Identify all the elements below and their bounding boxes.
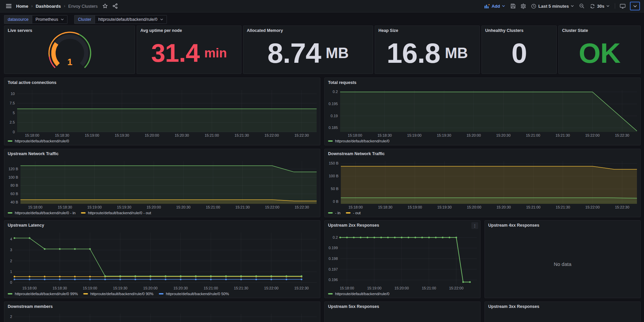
upstream-network-traffic-chart[interactable]: 15:18:0015:18:3015:19:0015:19:3015:20:00… <box>4 158 320 210</box>
add-panel-icon <box>485 4 490 8</box>
hamburger-menu-button[interactable] <box>4 1 13 11</box>
dashboard-settings-button[interactable] <box>518 1 528 11</box>
svg-text:40 B: 40 B <box>10 200 18 204</box>
svg-text:0: 0 <box>10 280 12 284</box>
breadcrumb-home[interactable]: Home <box>14 4 30 9</box>
gauge-value: 1 <box>67 57 72 67</box>
upstream-latency-chart[interactable]: 15:18:0015:18:3015:19:0015:19:3015:20:00… <box>4 230 320 291</box>
breadcrumb-dashboards[interactable]: Dashboards <box>34 4 63 9</box>
svg-text:15:20:00: 15:20:00 <box>143 286 158 290</box>
panel-title[interactable]: Upstream Latency <box>8 223 44 228</box>
svg-text:15:18:00: 15:18:00 <box>349 205 363 209</box>
refresh-icon <box>590 4 595 9</box>
svg-text:0.2: 0.2 <box>333 90 338 94</box>
svg-text:100 B: 100 B <box>8 175 18 179</box>
time-range-picker[interactable]: Last 5 minutes <box>528 1 577 11</box>
svg-text:2: 2 <box>10 259 12 263</box>
panel-title[interactable]: Heap Size <box>378 28 398 33</box>
add-button[interactable]: Add <box>482 1 508 11</box>
hamburger-icon <box>6 4 11 8</box>
total-requests-chart[interactable]: 15:18:0015:18:3015:19:0015:19:3015:20:00… <box>325 87 640 138</box>
nav-divider <box>615 3 615 9</box>
upstream-latency-panel: Upstream Latency 15:18:0015:18:3015:19:0… <box>4 220 320 298</box>
svg-text:15:19:00: 15:19:00 <box>85 133 99 137</box>
datasource-var-value: Prometheus <box>36 17 58 22</box>
cluster-var-select[interactable]: httproute/default/backend/rule/0 <box>95 15 167 24</box>
upstream-2xx-responses-chart[interactable]: 15:18:0015:19:0015:20:0015:21:0015:22:00… <box>325 230 480 291</box>
panel-title[interactable]: Total requests <box>328 80 357 85</box>
svg-text:0.195: 0.195 <box>328 102 338 106</box>
svg-text:15:22:30: 15:22:30 <box>294 133 309 137</box>
kiosk-mode-button[interactable] <box>618 1 627 11</box>
svg-text:0.198: 0.198 <box>328 257 338 261</box>
save-dashboard-button[interactable] <box>508 1 518 11</box>
legend-item[interactable]: httproute/default/backend/rule/0 50% <box>159 292 229 296</box>
panel-title[interactable]: Downstream Network Traffic <box>328 151 385 156</box>
refresh-interval-picker[interactable]: 30s <box>587 1 612 11</box>
svg-text:3: 3 <box>10 248 12 252</box>
panel-title[interactable]: Upstream 2xx Responses <box>328 223 379 228</box>
panel-title[interactable]: Upstream Network Traffic <box>8 151 58 156</box>
svg-text:0.199: 0.199 <box>328 246 338 250</box>
zoom-out-time-button[interactable] <box>577 1 587 11</box>
svg-text:0.185: 0.185 <box>328 126 338 130</box>
svg-text:100 B: 100 B <box>329 174 338 178</box>
panel-title[interactable]: Cluster State <box>562 28 588 33</box>
share-dashboard-button[interactable] <box>110 1 120 11</box>
legend-item[interactable]: httproute/default/backend/rule/0 <box>328 292 389 296</box>
panel-title[interactable]: Upstream 5xx Responses <box>328 304 379 309</box>
panel-title[interactable]: Upstream 3xx Responses <box>488 304 539 309</box>
bottom-row: Downstream members 2 Upstream 5xx Respon… <box>4 302 641 322</box>
svg-text:5: 5 <box>13 111 15 115</box>
collapse-nav-button[interactable] <box>630 2 640 10</box>
legend-item[interactable]: httproute/default/backend/rule/0 <box>328 139 389 143</box>
svg-text:0.196: 0.196 <box>328 278 338 282</box>
svg-text:15:18:30: 15:18:30 <box>53 286 67 290</box>
legend-swatch <box>83 293 88 294</box>
panel-title[interactable]: Upstream 4xx Responses <box>488 223 539 228</box>
svg-text:4: 4 <box>10 237 12 241</box>
svg-text:15:22:00: 15:22:00 <box>265 133 279 137</box>
svg-text:15:19:00: 15:19:00 <box>83 286 97 290</box>
svg-text:15:19:00: 15:19:00 <box>367 286 381 290</box>
legend-item[interactable]: - in <box>328 211 340 215</box>
panel-title[interactable]: Unhealthy Clusters <box>485 28 523 33</box>
avg-uptime-panel: Avg uptime per node 31.4 min <box>137 26 241 74</box>
svg-text:0 B: 0 B <box>333 199 338 203</box>
legend-item[interactable]: httproute/default/backend/rule/0 90% <box>83 292 153 296</box>
datasource-var-select[interactable]: Prometheus <box>32 15 67 24</box>
cluster-state-panel: Cluster State OK <box>558 26 641 74</box>
legend-item[interactable]: - out <box>346 211 361 215</box>
legend-swatch <box>8 293 12 294</box>
panel-menu-icon[interactable]: ⋮ <box>471 222 478 229</box>
live-servers-panel: Live servers 1 <box>4 26 135 74</box>
downstream-members-chart[interactable]: 2 <box>4 311 320 322</box>
downstream-network-traffic-chart[interactable]: 15:18:0015:18:3015:19:0015:19:3015:20:00… <box>325 158 640 210</box>
panel-title[interactable]: Total active connections <box>8 80 56 85</box>
favorite-star-button[interactable] <box>100 1 110 11</box>
datasource-variable: datasource Prometheus <box>4 15 67 24</box>
chart-legend: httproute/default/backend/rule/0 99%http… <box>4 291 320 298</box>
upstream-2xx-responses-panel: Upstream 2xx Responses ⋮ 15:18:0015:19:0… <box>324 220 480 298</box>
legend-item[interactable]: httproute/default/backend/rule/0 - out <box>81 211 151 215</box>
svg-text:15:21:30: 15:21:30 <box>235 205 250 209</box>
share-icon <box>112 3 118 9</box>
upstream-4xx-responses-panel: Upstream 4xx Responses No data <box>485 220 641 298</box>
svg-text:15:20:00: 15:20:00 <box>146 205 161 209</box>
legend-swatch <box>346 212 351 214</box>
panel-title[interactable]: Allocated Memory <box>247 28 283 33</box>
panel-title[interactable]: Avg uptime per node <box>140 28 182 33</box>
total-active-connections-chart[interactable]: 15:18:0015:18:3015:19:0015:19:3015:20:00… <box>4 87 320 138</box>
panel-title[interactable]: Downstream members <box>8 304 53 309</box>
svg-text:15:22:00: 15:22:00 <box>449 286 463 290</box>
time-range-label: Last 5 minutes <box>538 4 569 9</box>
gear-icon <box>520 3 526 9</box>
svg-text:15:21:00: 15:21:00 <box>204 286 218 290</box>
stat-value: OK <box>579 39 620 67</box>
legend-item[interactable]: httproute/default/backend/rule/0 <box>8 139 69 143</box>
legend-item[interactable]: httproute/default/backend/rule/0 - in <box>8 211 76 215</box>
upstream-3xx-responses-panel: Upstream 3xx Responses <box>485 302 641 322</box>
refresh-interval-label: 30s <box>597 4 604 9</box>
svg-text:15:18:30: 15:18:30 <box>378 205 393 209</box>
legend-item[interactable]: httproute/default/backend/rule/0 99% <box>8 292 78 296</box>
